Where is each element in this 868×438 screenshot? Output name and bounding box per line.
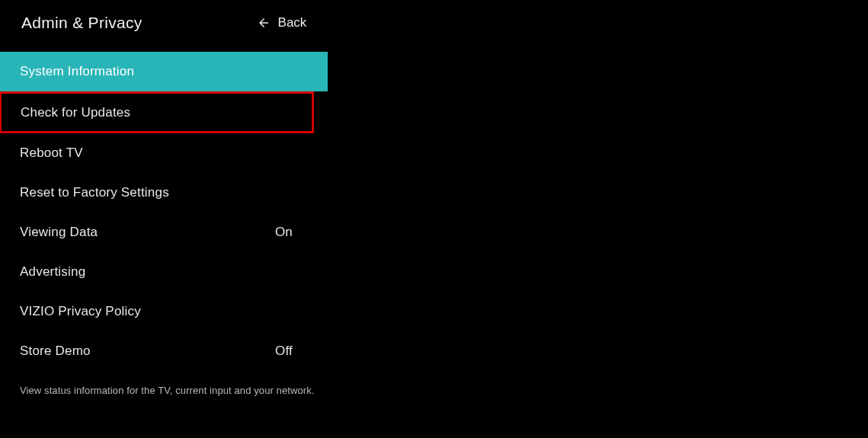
page-title: Admin & Privacy	[21, 14, 143, 32]
menu-item-advertising[interactable]: Advertising	[0, 252, 328, 292]
description-text: View status information for the TV, curr…	[0, 385, 868, 396]
menu-item-store-demo[interactable]: Store DemoOff	[0, 331, 328, 371]
menu-item-label: Reset to Factory Settings	[20, 185, 308, 200]
header: Admin & Privacy Back	[0, 0, 868, 32]
back-arrow-icon	[257, 16, 271, 30]
menu-item-label: System Information	[20, 64, 308, 79]
menu-item-system-information[interactable]: System Information	[0, 52, 328, 91]
menu-item-value: Off	[275, 344, 293, 359]
menu-item-label: Reboot TV	[20, 145, 308, 161]
settings-menu: System InformationCheck for UpdatesReboo…	[0, 52, 328, 371]
menu-item-label: VIZIO Privacy Policy	[20, 304, 308, 319]
menu-item-reset-to-factory-settings[interactable]: Reset to Factory Settings	[0, 173, 328, 213]
menu-item-value: On	[275, 225, 293, 240]
menu-item-label: Check for Updates	[21, 105, 292, 120]
menu-item-vizio-privacy-policy[interactable]: VIZIO Privacy Policy	[0, 292, 328, 331]
menu-item-check-for-updates[interactable]: Check for Updates	[0, 91, 314, 133]
back-button[interactable]: Back	[257, 15, 307, 30]
menu-item-reboot-tv[interactable]: Reboot TV	[0, 133, 328, 173]
menu-item-label: Store Demo	[20, 344, 275, 359]
menu-item-label: Viewing Data	[20, 225, 275, 240]
menu-item-label: Advertising	[20, 264, 308, 280]
back-label: Back	[278, 15, 307, 30]
menu-item-viewing-data[interactable]: Viewing DataOn	[0, 213, 328, 252]
